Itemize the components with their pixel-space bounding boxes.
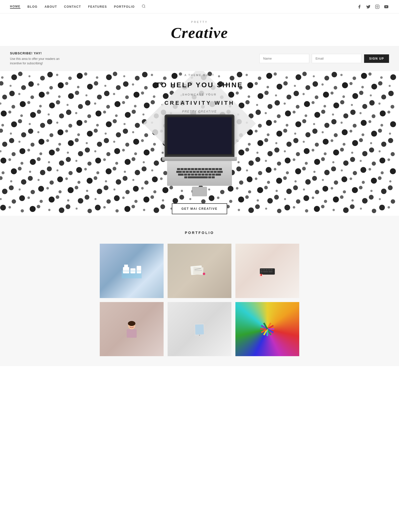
- key: [210, 171, 213, 173]
- key: [205, 174, 208, 176]
- subscribe-body: Use this area to offer your readers an i…: [10, 57, 65, 66]
- svg-rect-23: [263, 271, 268, 272]
- nav-home[interactable]: HOME: [10, 5, 20, 9]
- svg-rect-29: [127, 329, 137, 338]
- portfolio-img-5: [168, 302, 231, 356]
- hero-section: A THEME BUILT TO HELP YOU SHINE SHOWCASE…: [0, 71, 399, 216]
- portfolio-grid: [100, 244, 299, 356]
- key: [212, 168, 215, 170]
- hero-line5: PRETTY CREATIVE: [156, 109, 243, 114]
- youtube-icon[interactable]: [384, 4, 389, 9]
- hero-line1: A THEME BUILT: [156, 73, 243, 78]
- facebook-icon[interactable]: [357, 4, 362, 9]
- key: [198, 174, 201, 176]
- svg-rect-19: [266, 269, 268, 270]
- keyboard-row-3: [178, 174, 221, 176]
- portfolio-img-2: [168, 244, 231, 298]
- key: [198, 168, 201, 170]
- twitter-icon[interactable]: [366, 4, 371, 9]
- key: [176, 171, 182, 173]
- portfolio-item-5[interactable]: [168, 302, 231, 356]
- key: [196, 171, 199, 173]
- portfolio-img-4: [100, 302, 164, 356]
- key: [205, 168, 208, 170]
- key: [201, 174, 204, 176]
- email-input[interactable]: [312, 54, 362, 63]
- nav-about[interactable]: ABOUT: [45, 5, 57, 8]
- hero-line3: SHOWCASE YOUR: [156, 92, 243, 97]
- nav-contact[interactable]: CONTACT: [64, 5, 81, 8]
- key: [195, 168, 198, 170]
- laptop-illustration: [157, 114, 242, 197]
- name-input[interactable]: [259, 54, 309, 63]
- pencils-icon: [260, 321, 275, 336]
- nav-portfolio[interactable]: PORTFOLIO: [114, 5, 135, 8]
- social-links: [357, 4, 389, 9]
- svg-line-1: [145, 7, 145, 8]
- key: [181, 168, 184, 170]
- site-logo[interactable]: PRETTY Creative: [171, 20, 228, 40]
- signup-button[interactable]: SIGN UP: [364, 54, 389, 63]
- key: [201, 168, 204, 170]
- svg-rect-9: [137, 266, 141, 273]
- svg-rect-20: [268, 269, 270, 270]
- svg-point-10: [122, 270, 142, 272]
- portfolio-item-4[interactable]: [100, 302, 164, 356]
- key: [215, 174, 221, 176]
- svg-point-34: [199, 335, 200, 336]
- portfolio-img-6: [235, 302, 299, 356]
- keyboard-row-1: [177, 168, 222, 170]
- laptop-screen: [165, 114, 234, 157]
- svg-rect-2: [376, 5, 379, 8]
- key: [195, 174, 198, 176]
- portfolio-item-6[interactable]: [235, 302, 299, 356]
- key: [189, 171, 192, 173]
- search-icon: [142, 4, 146, 8]
- nav-features[interactable]: FEATURES: [88, 5, 107, 8]
- logo-section: PRETTY Creative: [0, 13, 399, 46]
- svg-rect-7: [124, 265, 128, 268]
- key: [182, 171, 185, 173]
- logo-creative: Creative: [171, 25, 228, 40]
- person-icon: [124, 320, 139, 338]
- key: [184, 168, 187, 170]
- key: [217, 171, 223, 173]
- svg-point-0: [142, 5, 145, 7]
- svg-rect-27: [261, 274, 262, 276]
- portfolio-title: PORTFOLIO: [10, 231, 389, 235]
- nav-blog[interactable]: BLOG: [27, 5, 38, 8]
- key: [188, 168, 191, 170]
- key: [184, 176, 187, 178]
- hero-cta: GET MAI CREATIVE: [172, 203, 227, 214]
- laptop-screen-inner: [167, 117, 232, 154]
- key: [184, 174, 187, 176]
- svg-rect-22: [261, 271, 263, 272]
- key: [186, 171, 189, 173]
- svg-rect-17: [261, 269, 263, 270]
- key: [208, 168, 211, 170]
- instagram-icon[interactable]: [375, 4, 380, 9]
- key: [212, 176, 215, 178]
- portfolio-item-2[interactable]: [168, 244, 231, 298]
- keyboard-workspace-icon: [257, 263, 277, 278]
- get-mai-creative-button[interactable]: GET MAI CREATIVE: [172, 203, 227, 214]
- laptop-touchpad: [192, 187, 207, 196]
- laptop-keyboard: [167, 161, 232, 186]
- svg-point-31: [128, 321, 135, 326]
- key: [208, 176, 211, 178]
- subscribe-text: SUBSCRIBE! YAY! Use this area to offer y…: [10, 51, 65, 66]
- portfolio-img-1: [100, 244, 164, 298]
- key: [200, 171, 203, 173]
- search-button[interactable]: [142, 4, 146, 9]
- portfolio-item-3[interactable]: [235, 244, 299, 298]
- svg-point-15: [203, 273, 205, 275]
- key: [191, 168, 194, 170]
- svg-rect-12: [193, 267, 203, 275]
- keyboard-row-2: [176, 171, 223, 173]
- hero-line4: CREATIVITY WITH: [156, 98, 243, 108]
- portfolio-img-3: [235, 244, 299, 298]
- hero-line2: TO HELP YOU SHINE: [156, 78, 243, 92]
- portfolio-item-1[interactable]: [100, 244, 164, 298]
- key: [177, 168, 180, 170]
- subscribe-heading: SUBSCRIBE! YAY!: [10, 51, 65, 55]
